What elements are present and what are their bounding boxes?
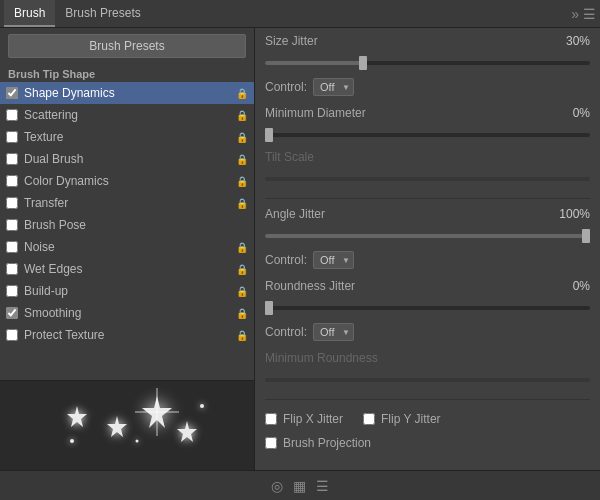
angle-jitter-value: 100% xyxy=(555,207,590,221)
svg-marker-3 xyxy=(177,421,197,442)
svg-point-5 xyxy=(136,439,139,442)
brush-list: Shape Dynamics 🔒 Scattering 🔒 Texture 🔒 … xyxy=(0,82,254,380)
minimum-diameter-value: 0% xyxy=(555,106,590,120)
dual-brush-checkbox[interactable] xyxy=(6,153,18,165)
lock-icon-smoothing: 🔒 xyxy=(236,308,248,319)
tab-icons: » ☰ xyxy=(571,6,596,22)
bottom-icon-brush[interactable]: ◎ xyxy=(271,478,283,494)
roundness-jitter-value: 0% xyxy=(555,279,590,293)
bottom-bar: ◎ ▦ ☰ xyxy=(0,470,600,500)
brush-pose-checkbox[interactable] xyxy=(6,219,18,231)
bottom-icon-menu[interactable]: ☰ xyxy=(316,478,329,494)
flip-row: Flip X Jitter Flip Y Jitter xyxy=(265,412,590,428)
bottom-icon-grid[interactable]: ▦ xyxy=(293,478,306,494)
buildup-checkbox[interactable] xyxy=(6,285,18,297)
brush-item-dual-brush[interactable]: Dual Brush 🔒 xyxy=(0,148,254,170)
brush-projection-label: Brush Projection xyxy=(283,436,371,450)
flip-y-label: Flip Y Jitter xyxy=(381,412,441,426)
angle-jitter-row: Angle Jitter 100% xyxy=(265,207,590,221)
smoothing-checkbox[interactable] xyxy=(6,307,18,319)
brush-tip-shape-label: Brush Tip Shape xyxy=(0,64,254,82)
brush-item-brush-pose[interactable]: Brush Pose xyxy=(0,214,254,236)
roundness-jitter-row: Roundness Jitter 0% xyxy=(265,279,590,293)
main-content: Brush Presets Brush Tip Shape Shape Dyna… xyxy=(0,28,600,470)
flip-x-label: Flip X Jitter xyxy=(283,412,343,426)
brush-presets-button[interactable]: Brush Presets xyxy=(8,34,246,58)
angle-jitter-control-select[interactable]: Off xyxy=(313,251,354,269)
angle-jitter-slider[interactable] xyxy=(265,229,590,243)
menu-icon[interactable]: ☰ xyxy=(583,6,596,22)
size-jitter-control-wrapper: Off xyxy=(313,78,354,96)
brush-item-transfer[interactable]: Transfer 🔒 xyxy=(0,192,254,214)
flip-y-checkbox[interactable] xyxy=(363,413,375,425)
brush-projection-row: Brush Projection xyxy=(265,436,590,450)
minimum-diameter-label: Minimum Diameter xyxy=(265,106,395,120)
lock-icon-buildup: 🔒 xyxy=(236,286,248,297)
roundness-jitter-control-label: Control: xyxy=(265,325,307,339)
divider-2 xyxy=(265,399,590,400)
lock-icon-dual-brush: 🔒 xyxy=(236,154,248,165)
roundness-jitter-control-row: Control: Off xyxy=(265,323,590,341)
color-dynamics-checkbox[interactable] xyxy=(6,175,18,187)
tab-brush[interactable]: Brush xyxy=(4,0,55,27)
brush-item-protect-texture[interactable]: Protect Texture 🔒 xyxy=(0,324,254,346)
brush-projection-checkbox[interactable] xyxy=(265,437,277,449)
size-jitter-slider[interactable] xyxy=(265,56,590,70)
svg-point-4 xyxy=(70,439,74,443)
roundness-jitter-control-select[interactable]: Off xyxy=(313,323,354,341)
size-jitter-row: Size Jitter 30% xyxy=(265,34,590,48)
lock-icon-transfer: 🔒 xyxy=(236,198,248,209)
brush-item-smoothing[interactable]: Smoothing 🔒 xyxy=(0,302,254,324)
brush-panel: Brush Brush Presets » ☰ Brush Presets Br… xyxy=(0,0,600,500)
lock-icon-color-dynamics: 🔒 xyxy=(236,176,248,187)
lock-icon-texture: 🔒 xyxy=(236,132,248,143)
brush-item-buildup[interactable]: Build-up 🔒 xyxy=(0,280,254,302)
brush-item-noise[interactable]: Noise 🔒 xyxy=(0,236,254,258)
roundness-jitter-label: Roundness Jitter xyxy=(265,279,395,293)
size-jitter-label: Size Jitter xyxy=(265,34,395,48)
flip-x-row: Flip X Jitter xyxy=(265,412,343,426)
brush-item-color-dynamics[interactable]: Color Dynamics 🔒 xyxy=(0,170,254,192)
angle-jitter-control-wrapper: Off xyxy=(313,251,354,269)
minimum-roundness-slider[interactable] xyxy=(265,373,590,387)
brush-item-wet-edges[interactable]: Wet Edges 🔒 xyxy=(0,258,254,280)
brush-item-shape-dynamics[interactable]: Shape Dynamics 🔒 xyxy=(0,82,254,104)
lock-icon-scattering: 🔒 xyxy=(236,110,248,121)
tab-brush-presets[interactable]: Brush Presets xyxy=(55,0,150,27)
protect-texture-checkbox[interactable] xyxy=(6,329,18,341)
angle-jitter-label: Angle Jitter xyxy=(265,207,395,221)
minimum-roundness-label: Minimum Roundness xyxy=(265,351,395,365)
size-jitter-control-select[interactable]: Off xyxy=(313,78,354,96)
svg-point-6 xyxy=(200,404,204,408)
tilt-scale-slider[interactable] xyxy=(265,172,590,186)
flip-y-row: Flip Y Jitter xyxy=(363,412,441,426)
lock-icon-protect-texture: 🔒 xyxy=(236,330,248,341)
tilt-scale-row: Tilt Scale xyxy=(265,150,590,164)
lock-icon-wet-edges: 🔒 xyxy=(236,264,248,275)
minimum-diameter-slider[interactable] xyxy=(265,128,590,142)
roundness-jitter-control-wrapper: Off xyxy=(313,323,354,341)
svg-marker-0 xyxy=(67,406,87,427)
left-panel: Brush Presets Brush Tip Shape Shape Dyna… xyxy=(0,28,255,470)
roundness-jitter-slider[interactable] xyxy=(265,301,590,315)
scattering-checkbox[interactable] xyxy=(6,109,18,121)
size-jitter-value: 30% xyxy=(555,34,590,48)
right-panel: Size Jitter 30% Control: Off Minimum xyxy=(255,28,600,470)
angle-jitter-control-row: Control: Off xyxy=(265,251,590,269)
brush-item-scattering[interactable]: Scattering 🔒 xyxy=(0,104,254,126)
noise-checkbox[interactable] xyxy=(6,241,18,253)
size-jitter-control-row: Control: Off xyxy=(265,78,590,96)
wet-edges-checkbox[interactable] xyxy=(6,263,18,275)
minimum-roundness-row: Minimum Roundness xyxy=(265,351,590,365)
flip-x-checkbox[interactable] xyxy=(265,413,277,425)
transfer-checkbox[interactable] xyxy=(6,197,18,209)
svg-marker-1 xyxy=(107,416,127,437)
shape-dynamics-checkbox[interactable] xyxy=(6,87,18,99)
brush-preview xyxy=(0,380,254,470)
minimum-diameter-row: Minimum Diameter 0% xyxy=(265,106,590,120)
brush-item-texture[interactable]: Texture 🔒 xyxy=(0,126,254,148)
brush-preview-svg xyxy=(27,386,227,466)
tilt-scale-label: Tilt Scale xyxy=(265,150,395,164)
texture-checkbox[interactable] xyxy=(6,131,18,143)
expand-icon[interactable]: » xyxy=(571,6,579,22)
